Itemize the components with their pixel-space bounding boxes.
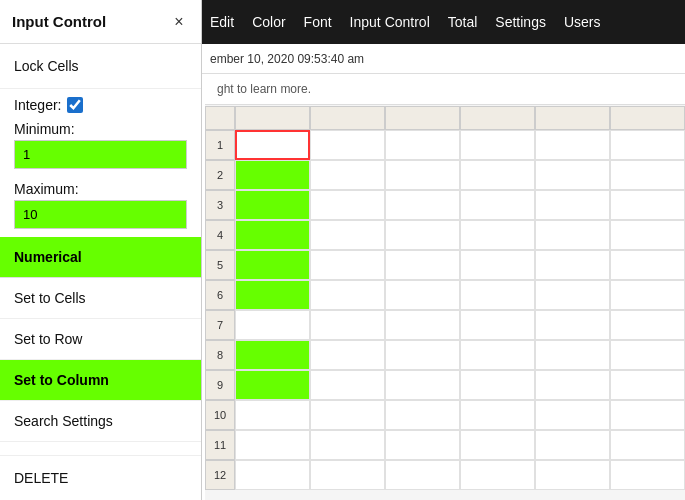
grid-cell-4c[interactable] xyxy=(385,220,460,250)
grid-row-1: 1 xyxy=(205,130,235,160)
grid-cell-11c[interactable] xyxy=(385,430,460,460)
grid-cell-5f[interactable] xyxy=(610,250,685,280)
menu-input-control[interactable]: Input Control xyxy=(350,14,430,30)
grid-cell-8c[interactable] xyxy=(385,340,460,370)
grid-row-6: 6 xyxy=(205,280,235,310)
maximum-label: Maximum: xyxy=(14,181,187,197)
grid-cell-2f[interactable] xyxy=(610,160,685,190)
sidebar-close-button[interactable]: × xyxy=(169,12,189,32)
grid-cell-6a[interactable] xyxy=(235,280,310,310)
grid-cell-8d[interactable] xyxy=(460,340,535,370)
spreadsheet: 1 2 3 4 xyxy=(205,106,685,500)
grid-cell-8f[interactable] xyxy=(610,340,685,370)
grid-cell-10c[interactable] xyxy=(385,400,460,430)
grid-cell-3f[interactable] xyxy=(610,190,685,220)
grid-cell-4d[interactable] xyxy=(460,220,535,250)
grid-cell-1e[interactable] xyxy=(535,130,610,160)
set-to-cells-item[interactable]: Set to Cells xyxy=(0,278,201,319)
menu-font[interactable]: Font xyxy=(304,14,332,30)
grid-cell-1c[interactable] xyxy=(385,130,460,160)
grid-row-7: 7 xyxy=(205,310,235,340)
delete-label: DELETE xyxy=(14,470,68,486)
grid-cell-11d[interactable] xyxy=(460,430,535,460)
grid-cell-12a[interactable] xyxy=(235,460,310,490)
grid-cell-4f[interactable] xyxy=(610,220,685,250)
grid-cell-12c[interactable] xyxy=(385,460,460,490)
menu-total[interactable]: Total xyxy=(448,14,478,30)
minimum-input[interactable] xyxy=(14,140,187,169)
grid-cell-5c[interactable] xyxy=(385,250,460,280)
grid-cell-2d[interactable] xyxy=(460,160,535,190)
grid-cell-2e[interactable] xyxy=(535,160,610,190)
grid-cell-10a[interactable] xyxy=(235,400,310,430)
grid-cell-8a[interactable] xyxy=(235,340,310,370)
grid-cell-9b[interactable] xyxy=(310,370,385,400)
grid-cell-1a[interactable] xyxy=(235,130,310,160)
grid-cell-3c[interactable] xyxy=(385,190,460,220)
grid-cell-2b[interactable] xyxy=(310,160,385,190)
numerical-item[interactable]: Numerical xyxy=(0,237,201,278)
grid-cell-4e[interactable] xyxy=(535,220,610,250)
grid-cell-1b[interactable] xyxy=(310,130,385,160)
grid-cell-11a[interactable] xyxy=(235,430,310,460)
delete-item[interactable]: DELETE xyxy=(0,455,201,500)
grid-cell-6e[interactable] xyxy=(535,280,610,310)
grid-cell-12e[interactable] xyxy=(535,460,610,490)
grid-cell-7d[interactable] xyxy=(460,310,535,340)
grid-cell-11e[interactable] xyxy=(535,430,610,460)
grid-cell-4a[interactable] xyxy=(235,220,310,250)
grid-cell-3d[interactable] xyxy=(460,190,535,220)
grid-cell-3e[interactable] xyxy=(535,190,610,220)
grid-cell-5b[interactable] xyxy=(310,250,385,280)
menu-users[interactable]: Users xyxy=(564,14,601,30)
grid-cell-12d[interactable] xyxy=(460,460,535,490)
maximum-input[interactable] xyxy=(14,200,187,229)
set-to-column-item[interactable]: Set to Column xyxy=(0,360,201,401)
grid-cell-1f[interactable] xyxy=(610,130,685,160)
grid-cell-6b[interactable] xyxy=(310,280,385,310)
grid-cell-10d[interactable] xyxy=(460,400,535,430)
grid-cell-6f[interactable] xyxy=(610,280,685,310)
grid-cell-7f[interactable] xyxy=(610,310,685,340)
grid-cell-10f[interactable] xyxy=(610,400,685,430)
grid-cell-6c[interactable] xyxy=(385,280,460,310)
grid-cell-11b[interactable] xyxy=(310,430,385,460)
grid-cell-1d[interactable] xyxy=(460,130,535,160)
menu-color[interactable]: Color xyxy=(252,14,285,30)
grid-cell-10b[interactable] xyxy=(310,400,385,430)
grid-row-12: 12 xyxy=(205,460,235,490)
grid-area: 1 2 3 4 xyxy=(205,106,685,500)
grid-cell-2a[interactable] xyxy=(235,160,310,190)
grid-cell-4b[interactable] xyxy=(310,220,385,250)
grid-row-9: 9 xyxy=(205,370,235,400)
grid-cell-5a[interactable] xyxy=(235,250,310,280)
grid-cell-7e[interactable] xyxy=(535,310,610,340)
grid-cell-9d[interactable] xyxy=(460,370,535,400)
grid-cell-9e[interactable] xyxy=(535,370,610,400)
lock-cells-item[interactable]: Lock Cells xyxy=(0,44,201,89)
grid-cell-9c[interactable] xyxy=(385,370,460,400)
grid-cell-11f[interactable] xyxy=(610,430,685,460)
integer-checkbox[interactable] xyxy=(67,97,83,113)
grid-cell-7a[interactable] xyxy=(235,310,310,340)
grid-col-c xyxy=(385,106,460,130)
grid-cell-12b[interactable] xyxy=(310,460,385,490)
grid-cell-9f[interactable] xyxy=(610,370,685,400)
menu-settings[interactable]: Settings xyxy=(495,14,546,30)
grid-cell-6d[interactable] xyxy=(460,280,535,310)
grid-cell-5d[interactable] xyxy=(460,250,535,280)
grid-cell-10e[interactable] xyxy=(535,400,610,430)
grid-cell-5e[interactable] xyxy=(535,250,610,280)
grid-cell-7b[interactable] xyxy=(310,310,385,340)
set-to-row-item[interactable]: Set to Row xyxy=(0,319,201,360)
grid-cell-8b[interactable] xyxy=(310,340,385,370)
search-settings-item[interactable]: Search Settings xyxy=(0,401,201,442)
menu-edit[interactable]: Edit xyxy=(210,14,234,30)
grid-cell-3a[interactable] xyxy=(235,190,310,220)
grid-cell-8e[interactable] xyxy=(535,340,610,370)
grid-cell-12f[interactable] xyxy=(610,460,685,490)
grid-cell-3b[interactable] xyxy=(310,190,385,220)
grid-cell-7c[interactable] xyxy=(385,310,460,340)
grid-cell-9a[interactable] xyxy=(235,370,310,400)
grid-cell-2c[interactable] xyxy=(385,160,460,190)
